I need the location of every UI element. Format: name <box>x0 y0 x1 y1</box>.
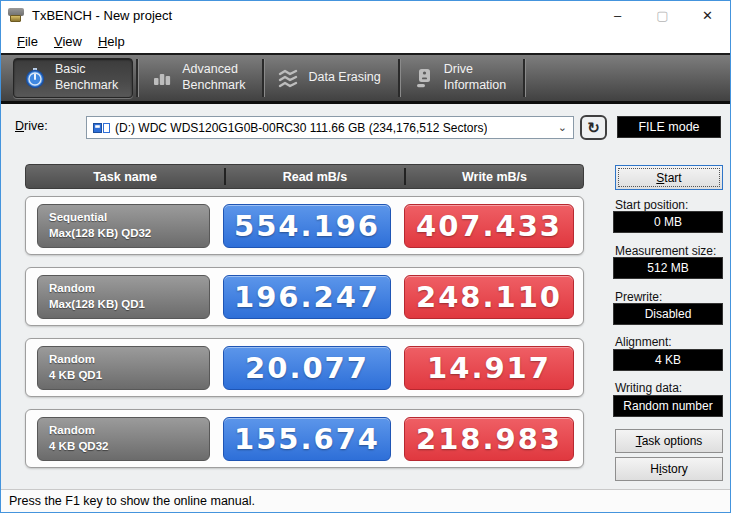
menu-bar: File View Help <box>1 29 730 53</box>
toolbar: Basic Benchmark Advanced Benchmark <box>1 53 730 104</box>
tab-label: Basic Benchmark <box>55 62 118 93</box>
drive-select-value: (D:) WDC WDS120G1G0B-00RC30 111.66 GB (2… <box>115 121 487 135</box>
tab-label: Data Erasing <box>308 70 380 86</box>
write-value-cell: 14.917 <box>404 346 574 390</box>
file-mode-badge: FILE mode <box>617 116 721 138</box>
status-bar: Press the F1 key to show the online manu… <box>1 489 730 512</box>
tab-drive-information[interactable]: Drive Information <box>403 58 521 98</box>
write-value-cell: 218.983 <box>404 417 574 461</box>
measurement-size-label: Measurement size: <box>615 244 716 258</box>
header-write: Write mB/s <box>406 170 583 184</box>
alignment-value[interactable]: 4 KB <box>613 349 723 371</box>
read-value-cell: 554.196 <box>223 204 391 248</box>
bar-chart-icon <box>151 67 173 89</box>
start-position-value[interactable]: 0 MB <box>613 211 723 233</box>
maximize-button[interactable]: ▢ <box>640 1 685 29</box>
write-value-cell: 248.110 <box>404 275 574 319</box>
writing-data-label: Writing data: <box>615 381 682 395</box>
prewrite-label: Prewrite: <box>615 290 662 304</box>
task-name-cell: Random Max(128 KB) QD1 <box>37 275 210 319</box>
window-controls: – ▢ ✕ <box>595 1 730 29</box>
write-value-cell: 407.433 <box>404 204 574 248</box>
start-button[interactable]: Start <box>615 165 723 190</box>
erase-waves-icon <box>277 67 299 89</box>
table-row: Sequential Max(128 KB) QD32 554.196 407.… <box>25 196 584 255</box>
drive-icon <box>413 67 435 89</box>
tab-label: Drive Information <box>444 62 507 93</box>
drive-select[interactable]: (D:) WDC WDS120G1G0B-00RC30 111.66 GB (2… <box>86 116 574 139</box>
task-name-cell: Random 4 KB QD1 <box>37 346 210 390</box>
toolbar-separator <box>398 59 400 97</box>
minimize-button[interactable]: – <box>595 1 640 29</box>
writing-data-value[interactable]: Random number <box>613 395 723 417</box>
status-text: Press the F1 key to show the online manu… <box>9 494 255 508</box>
menu-view[interactable]: View <box>46 31 90 52</box>
read-value-cell: 155.674 <box>223 417 391 461</box>
app-icon <box>8 8 26 22</box>
menu-help[interactable]: Help <box>90 31 133 52</box>
toolbar-separator <box>262 59 264 97</box>
refresh-drives-button[interactable]: ↻ <box>580 115 607 140</box>
results-header: Task name Read mB/s Write mB/s <box>25 164 584 189</box>
prewrite-value[interactable]: Disabled <box>613 303 723 325</box>
refresh-icon: ↻ <box>587 119 600 137</box>
task-name-cell: Random 4 KB QD32 <box>37 417 210 461</box>
close-button[interactable]: ✕ <box>685 1 730 29</box>
header-task-name: Task name <box>26 170 224 184</box>
table-row: Random 4 KB QD32 155.674 218.983 <box>25 409 584 468</box>
chevron-down-icon: ⌄ <box>558 121 569 134</box>
window-title: TxBENCH - New project <box>32 8 172 23</box>
tab-label: Advanced Benchmark <box>182 62 245 93</box>
history-button[interactable]: History <box>615 457 723 481</box>
tab-basic-benchmark[interactable]: Basic Benchmark <box>13 58 133 98</box>
content-area: Drive: (D:) WDC WDS120G1G0B-00RC30 111.6… <box>1 104 730 491</box>
alignment-label: Alignment: <box>615 335 672 349</box>
toolbar-separator <box>523 59 525 97</box>
start-position-label: Start position: <box>615 198 688 212</box>
table-row: Random 4 KB QD1 20.077 14.917 <box>25 338 584 397</box>
tab-advanced-benchmark[interactable]: Advanced Benchmark <box>141 58 259 98</box>
read-value-cell: 196.247 <box>223 275 391 319</box>
title-bar: TxBENCH - New project – ▢ ✕ <box>1 1 730 29</box>
app-window: TxBENCH - New project – ▢ ✕ File View He… <box>0 0 731 513</box>
stopwatch-icon <box>24 67 46 89</box>
task-name-cell: Sequential Max(128 KB) QD32 <box>37 204 210 248</box>
toolbar-separator <box>136 59 138 97</box>
measurement-size-value[interactable]: 512 MB <box>613 257 723 279</box>
menu-file[interactable]: File <box>9 31 46 52</box>
header-read: Read mB/s <box>226 170 404 184</box>
task-options-button[interactable]: Task options <box>615 429 723 453</box>
table-row: Random Max(128 KB) QD1 196.247 248.110 <box>25 267 584 326</box>
tab-data-erasing[interactable]: Data Erasing <box>267 58 394 98</box>
disk-icon <box>93 122 110 134</box>
drive-label: Drive: <box>15 119 48 133</box>
read-value-cell: 20.077 <box>223 346 391 390</box>
